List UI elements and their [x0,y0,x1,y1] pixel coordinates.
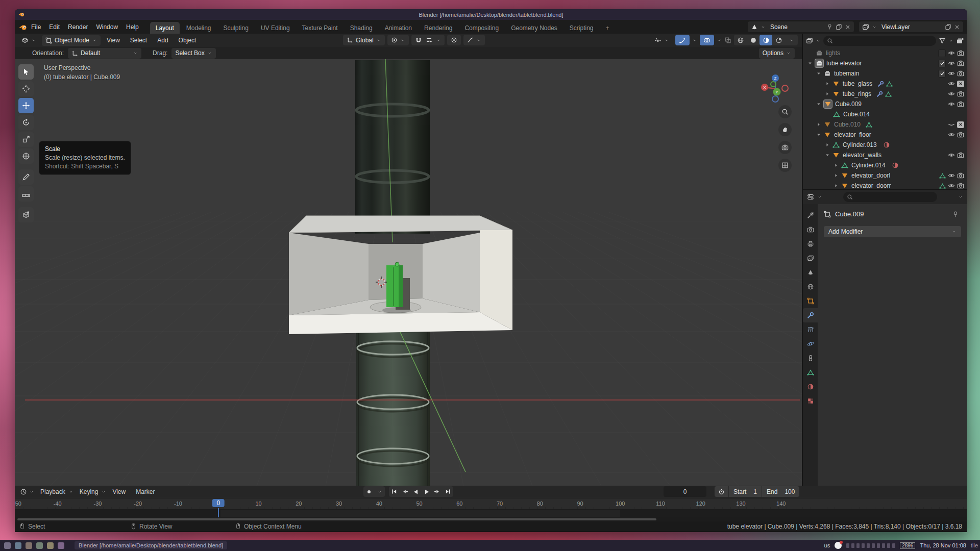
tool-scale[interactable] [18,132,34,147]
tab-object[interactable] [803,294,818,308]
tab-animation[interactable]: Animation [379,22,418,34]
view-layer-name[interactable]: ViewLayer [879,23,912,31]
shading-rendered-button[interactable] [772,35,785,45]
tool-move[interactable] [18,98,34,113]
ruler-tick[interactable]: 120 [696,500,705,507]
mode-selector[interactable]: Object Mode [42,35,101,46]
properties-editor-icon[interactable] [807,193,814,201]
timeline-ruler[interactable]: -50-40-30-20-100102030405060708090100110… [15,498,967,510]
tab-view-layer[interactable] [803,251,818,265]
tab-compositing[interactable]: Compositing [459,22,504,34]
view-layer-selector[interactable]: ViewLayer [859,21,963,32]
timeline-scrollbar[interactable] [15,517,967,521]
shading-options-button[interactable] [785,35,798,45]
proportional-editing-toggle[interactable] [447,35,461,45]
render-camera-icon[interactable] [957,152,964,159]
tab-shading[interactable]: Shading [345,22,378,34]
timeline-track[interactable] [15,509,967,518]
menu-edit[interactable]: Edit [45,21,64,33]
auto-keying-button[interactable] [363,486,374,497]
shading-material-button[interactable] [760,35,772,45]
ruler-tick[interactable]: -30 [94,500,102,507]
wm-layout-label[interactable]: tile [971,542,978,548]
tab-geometry-nodes[interactable]: Geometry Nodes [505,22,563,34]
editor-type-button[interactable] [18,35,40,46]
outliner-row-cylinder-013[interactable]: Cylinder.013 [803,140,967,150]
add-modifier-button[interactable]: Add Modifier [824,226,961,237]
eye-icon[interactable] [948,131,955,138]
outliner-row-elevator-walls[interactable]: elevator_walls [803,150,967,160]
ruler-tick[interactable]: -20 [134,500,142,507]
tab-render[interactable] [803,222,818,237]
tab-object-data[interactable] [803,365,818,380]
shading-wireframe-button[interactable] [734,35,747,45]
exclude-checkbox[interactable] [938,60,946,67]
ruler-tick[interactable]: 60 [456,500,462,507]
menu-add[interactable]: Add [153,35,172,46]
eye-icon[interactable] [948,70,955,77]
tool-select-box[interactable] [18,64,34,80]
ruler-tick[interactable]: 40 [376,500,382,507]
render-camera-icon[interactable] [957,101,964,108]
keyboard-layout-indicator[interactable]: us [824,542,830,548]
outliner-row-elevator-doorr[interactable]: elevator_doorr [803,181,967,189]
menu-window[interactable]: Window [92,21,122,33]
outliner-row-elevator-doorl[interactable]: elevator_doorl [803,170,967,181]
render-camera-icon[interactable] [957,172,964,179]
ruler-tick[interactable]: 80 [537,500,543,507]
render-camera-icon[interactable] [957,60,964,67]
outliner-row-cube-009[interactable]: Cube.009 [803,99,967,109]
render-camera-icon[interactable] [957,70,964,77]
taskbar-window-button[interactable]: Blender [/home/amalie/Desktop/blender/ta… [75,541,227,549]
tab-rendering[interactable]: Rendering [419,22,458,34]
outliner-row-lights[interactable]: lights [803,48,967,58]
perspective-toggle-button[interactable] [778,159,792,172]
taskbar-app-icon[interactable] [36,542,43,549]
pivot-point-selector[interactable] [387,35,409,45]
chevron-down-icon[interactable] [958,194,963,199]
chevron-down-icon[interactable] [948,38,953,43]
tab-sculpting[interactable]: Sculpting [218,22,254,34]
camera-view-button[interactable] [778,141,792,154]
outliner-row-cube-014[interactable]: Cube.014 [803,109,967,119]
tab-layout[interactable]: Layout [150,22,180,34]
window-titlebar[interactable]: Blender [/home/amalie/Desktop/blender/ta… [15,9,967,20]
play-reverse-button[interactable] [410,486,421,497]
keying-options-button[interactable] [374,486,385,497]
scene-selector[interactable]: Scene [748,21,854,32]
close-icon[interactable] [954,24,960,30]
tab-physics[interactable] [803,337,818,351]
zoom-button[interactable] [778,105,792,118]
chevron-down-icon[interactable] [816,38,821,43]
3d-viewport[interactable]: Object Mode View Select Add Object Globa… [15,34,802,486]
ruler-tick[interactable]: -40 [54,500,62,507]
chevron-down-icon[interactable] [872,24,877,30]
current-frame-indicator[interactable]: 0 [212,499,225,507]
chevron-down-icon[interactable] [717,38,722,43]
outliner-row-cube-010[interactable]: Cube.010 [803,119,967,130]
current-frame-field[interactable]: 0 [664,486,706,497]
ruler-tick[interactable]: 10 [255,500,261,507]
ruler-tick[interactable]: 140 [776,500,786,507]
tab-constraints[interactable] [803,351,818,365]
tool-3d-cursor[interactable] [18,81,34,96]
eye-closed-icon[interactable] [948,121,955,128]
add-workspace-button[interactable]: + [600,22,615,34]
tool-add-cube[interactable] [18,207,34,222]
proportional-falloff-selector[interactable] [463,35,485,45]
ruler-tick[interactable]: 30 [336,500,342,507]
new-collection-icon[interactable] [956,37,964,45]
snap-toggle[interactable] [411,35,445,45]
tool-transform[interactable] [18,148,34,164]
scrollbar-handle[interactable] [17,518,656,520]
copy-icon[interactable] [836,23,842,30]
pan-button[interactable] [778,123,792,136]
tab-output[interactable] [803,237,818,251]
menu-view[interactable]: View [108,486,130,497]
eye-icon[interactable] [948,49,955,57]
discord-tray-icon[interactable] [835,542,842,549]
blender-menu-icon[interactable] [19,23,27,31]
taskbar-app-icon[interactable] [26,542,32,549]
ruler-tick[interactable]: 50 [416,500,422,507]
taskbar-app-icon[interactable] [58,542,64,549]
